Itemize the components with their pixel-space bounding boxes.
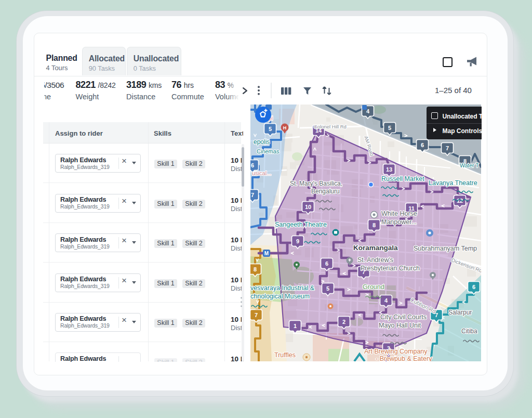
svg-text:6: 6: [472, 284, 475, 290]
svg-text:Citiba: Citiba: [461, 328, 477, 335]
svg-text:Mayo Hall Unit: Mayo Hall Unit: [379, 322, 421, 329]
svg-text:M: M: [264, 251, 269, 256]
svg-text:Subrahmanyam Temp: Subrahmanyam Temp: [414, 245, 477, 252]
svg-text:7: 7: [251, 192, 254, 198]
svg-text:Water T: Water T: [460, 162, 479, 168]
svg-text:7: 7: [446, 145, 449, 151]
svg-text:Art Brewing Company: Art Brewing Company: [364, 348, 428, 355]
svg-text:5: 5: [269, 126, 272, 132]
svg-text:6: 6: [325, 260, 328, 267]
svg-text:Manpower...: Manpower...: [381, 218, 417, 226]
svg-text:St. Mary's Basilica,: St. Mary's Basilica,: [290, 180, 342, 187]
svg-text:10: 10: [305, 204, 311, 210]
svg-text:White Horse: White Horse: [381, 210, 417, 217]
svg-text:8: 8: [254, 266, 257, 272]
svg-text:Bengaluru: Bengaluru: [311, 188, 340, 195]
svg-text:Russell Market: Russell Market: [381, 175, 424, 182]
svg-text:Salarpur: Salarpur: [448, 309, 472, 316]
svg-text:4: 4: [384, 297, 388, 304]
svg-text:- Brewpub & Eatery: - Brewpub & Eatery: [376, 355, 432, 361]
svg-text:City Civil Courts: City Civil Courts: [380, 314, 427, 321]
svg-text:5: 5: [388, 125, 391, 131]
svg-text:2: 2: [342, 319, 345, 325]
svg-text:Sangeeth Theatre: Sangeeth Theatre: [275, 221, 327, 228]
svg-text:6: 6: [421, 142, 424, 148]
svg-text:7: 7: [255, 312, 258, 318]
svg-text:13: 13: [386, 166, 392, 173]
svg-text:Koramangala: Koramangala: [353, 244, 398, 252]
svg-text:5: 5: [326, 285, 329, 292]
svg-text:Lavanya Theatre: Lavanya Theatre: [429, 179, 477, 187]
svg-text:Ground: Ground: [363, 283, 384, 291]
svg-text:St. Andrew's: St. Andrew's: [357, 256, 393, 264]
svg-text:6: 6: [251, 162, 254, 168]
svg-text:7: 7: [435, 312, 438, 318]
svg-text:epolis: epolis: [254, 138, 270, 146]
svg-text:Cinemas: Cinemas: [257, 148, 280, 154]
svg-text:Colonel Hill Rd: Colonel Hill Rd: [314, 124, 347, 129]
svg-text:Presbyterian Church: Presbyterian Church: [361, 265, 420, 272]
svg-text:9: 9: [296, 238, 299, 244]
svg-text:8: 8: [373, 222, 376, 228]
svg-text:chnological Museum: chnological Museum: [250, 293, 310, 300]
svg-text:vesvaraya Industrial &: vesvaraya Industrial &: [250, 284, 315, 292]
svg-text:1: 1: [294, 323, 297, 329]
svg-text:usical...: usical...: [252, 170, 271, 176]
svg-text:H: H: [283, 125, 287, 130]
svg-text:Truffles: Truffles: [274, 351, 296, 359]
